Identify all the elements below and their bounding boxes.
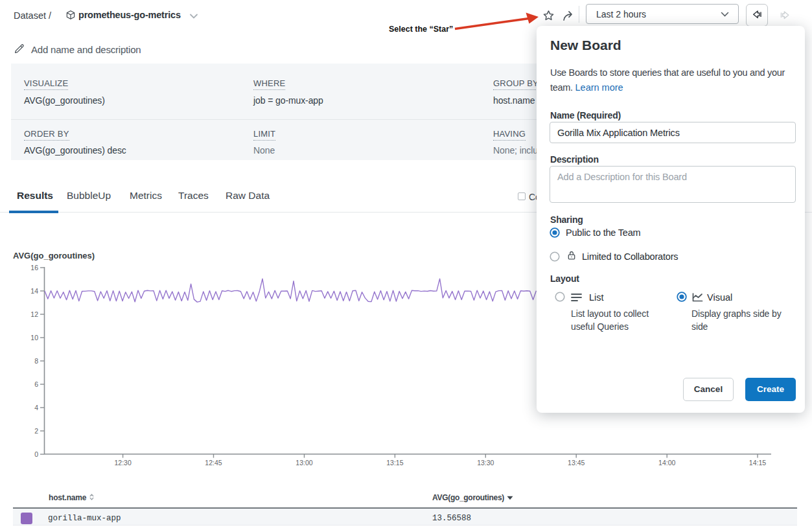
svg-text:13:15: 13:15 (386, 459, 403, 467)
svg-text:12: 12 (30, 310, 38, 318)
svg-text:16: 16 (30, 264, 38, 272)
svg-text:6: 6 (34, 380, 38, 388)
svg-text:14: 14 (30, 287, 38, 295)
svg-text:2: 2 (34, 427, 38, 435)
svg-text:12:30: 12:30 (114, 459, 131, 467)
svg-text:4: 4 (34, 404, 38, 411)
svg-text:8: 8 (34, 357, 38, 365)
svg-text:13:45: 13:45 (568, 459, 585, 467)
svg-text:13:00: 13:00 (296, 459, 312, 467)
svg-text:13:30: 13:30 (477, 459, 494, 467)
svg-text:0: 0 (34, 450, 38, 458)
svg-text:14:00: 14:00 (658, 459, 675, 467)
svg-text:10: 10 (30, 334, 38, 341)
svg-text:12:45: 12:45 (205, 459, 222, 467)
svg-text:14:15: 14:15 (749, 459, 766, 467)
